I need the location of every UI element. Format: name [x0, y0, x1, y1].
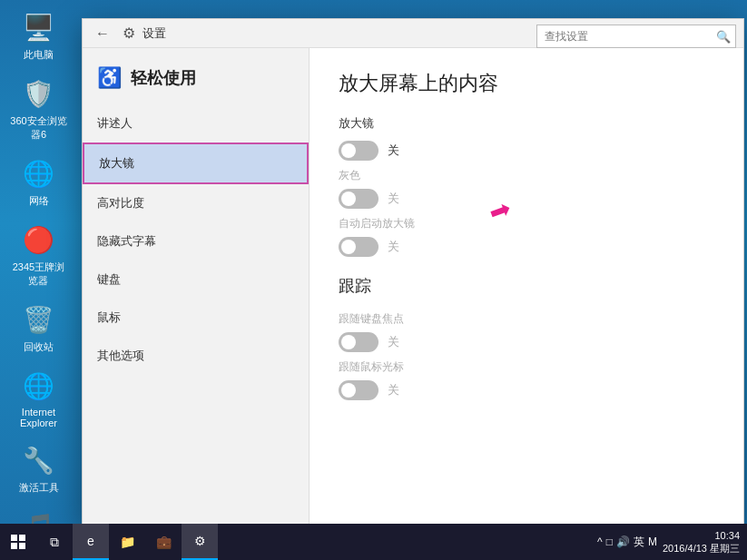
window-title: 设置 — [143, 25, 166, 42]
desktop: 🖥️ 此电脑 🛡️ 360安全浏览器6 🌐 网络 🔴 2345王牌浏览器 🗑️ … — [0, 0, 747, 560]
settings-taskbar-button[interactable]: ⚙ — [182, 524, 218, 560]
desktop-icon-ie[interactable]: 🌐 InternetExplorer — [9, 368, 68, 428]
keyboard-focus-thumb — [341, 335, 356, 349]
tray-expand[interactable]: ^ — [597, 535, 603, 548]
tray-volume[interactable]: 🔊 — [616, 535, 630, 548]
titlebar: ← ⚙ 设置 🔍 — □ ✕ — [83, 19, 743, 48]
content-title: 放大屏幕上的内容 — [339, 70, 714, 97]
desktop-icon-net[interactable]: 🌐 网络 — [9, 155, 68, 208]
sidebar-item-other[interactable]: 其他选项 — [83, 337, 309, 375]
auto-label: 自动启动放大镜 — [339, 216, 714, 231]
search-input[interactable] — [536, 25, 736, 48]
magnifier-track — [339, 141, 378, 161]
auto-track — [339, 237, 378, 257]
magnifier-toggle-label: 关 — [388, 142, 399, 159]
magnifier-section-label: 放大镜 — [339, 115, 714, 132]
recycle-icon: 🗑️ — [21, 301, 57, 338]
keyboard-label: 键盘 — [97, 272, 121, 286]
mouse-cursor-toggle-row: 关 — [339, 380, 714, 400]
tracking-title: 跟踪 — [339, 275, 714, 297]
ie-icon: 🌐 — [21, 368, 57, 404]
titlebar-left: ← ⚙ 设置 — [90, 24, 166, 44]
desktop-icon-360[interactable]: 🛡️ 360安全浏览器6 — [9, 75, 68, 142]
keyboard-focus-label: 跟随键盘焦点 — [339, 311, 714, 327]
back-button[interactable]: ← — [90, 24, 115, 44]
settings-sidebar: ♿ 轻松使用 讲述人 放大镜 高对比度 隐藏式字幕 键盘 — [83, 48, 310, 526]
system-tray: ^ □ 🔊 英 M — [597, 535, 657, 550]
tray-lang[interactable]: 英 — [634, 535, 644, 550]
settings-taskbar-icon: ⚙ — [194, 534, 206, 548]
tool-label: 激活工具 — [19, 481, 59, 495]
sidebar-title: 轻松使用 — [131, 67, 196, 89]
ie-label: InternetExplorer — [20, 407, 57, 428]
sidebar-item-mouse[interactable]: 鼠标 — [83, 299, 309, 337]
gray-track — [339, 189, 378, 209]
desktop-icon-tool[interactable]: 🔧 激活工具 — [9, 442, 68, 495]
store-icon: 💼 — [156, 535, 172, 549]
sidebar-item-narrator[interactable]: 讲述人 — [83, 104, 309, 142]
keyboard-focus-toggle-row: 关 — [339, 332, 714, 352]
clock[interactable]: 10:34 2016/4/13 星期三 — [663, 529, 740, 555]
settings-window: ← ⚙ 设置 🔍 — □ ✕ ♿ 轻松使用 — [82, 18, 744, 526]
tray-ime[interactable]: M — [648, 535, 657, 548]
search-icon[interactable]: 🔍 — [716, 30, 731, 44]
captions-label: 隐藏式字幕 — [97, 234, 156, 248]
mouse-cursor-label: 跟随鼠标光标 — [339, 359, 714, 375]
tracking-section: 跟踪 跟随键盘焦点 关 跟随鼠标光标 — [339, 275, 714, 400]
desktop-icon-recycle[interactable]: 🗑️ 回收站 — [9, 301, 68, 354]
magnifier-label: 放大镜 — [99, 156, 134, 170]
desktop-icons: 🖥️ 此电脑 🛡️ 360安全浏览器6 🌐 网络 🔴 2345王牌浏览器 🗑️ … — [9, 9, 68, 560]
mouse-label: 鼠标 — [97, 310, 121, 324]
edge-icon: e — [87, 534, 94, 548]
2345-icon: 🔴 — [21, 221, 57, 258]
mouse-cursor-toggle[interactable] — [339, 380, 378, 400]
keyboard-focus-toggle[interactable] — [339, 332, 378, 352]
tray-network[interactable]: □ — [606, 535, 613, 548]
sidebar-item-contrast[interactable]: 高对比度 — [83, 184, 309, 222]
edge-button[interactable]: e — [73, 524, 109, 560]
360-label: 360安全浏览器6 — [10, 114, 66, 142]
tool-icon: 🔧 — [21, 442, 57, 478]
gray-toggle-label: 关 — [388, 191, 399, 207]
net-label: 网络 — [29, 194, 49, 208]
task-view-button[interactable]: ⧉ — [36, 524, 73, 560]
gray-toggle-row: 关 — [339, 189, 714, 209]
auto-thumb — [341, 240, 356, 254]
taskbar-right: ^ □ 🔊 英 M 10:34 2016/4/13 星期三 — [597, 529, 747, 555]
taskbar: ⧉ e 📁 💼 ⚙ ^ □ 🔊 英 M 10:34 2016/4/13 星期三 — [0, 524, 747, 560]
contrast-label: 高对比度 — [97, 196, 144, 210]
desktop-icon-pc[interactable]: 🖥️ 此电脑 — [9, 9, 68, 62]
gray-thumb — [341, 192, 356, 206]
settings-body: ♿ 轻松使用 讲述人 放大镜 高对比度 隐藏式字幕 键盘 — [83, 48, 743, 526]
clock-date: 2016/4/13 星期三 — [663, 542, 740, 555]
auto-toggle[interactable] — [339, 237, 378, 257]
store-button[interactable]: 💼 — [145, 524, 182, 560]
sidebar-item-captions[interactable]: 隐藏式字幕 — [83, 222, 309, 260]
keyboard-focus-track — [339, 332, 378, 352]
pc-label: 此电脑 — [24, 48, 54, 62]
ease-of-access-icon: ♿ — [97, 66, 122, 90]
gray-toggle[interactable] — [339, 189, 378, 209]
settings-content: 放大屏幕上的内容 放大镜 关 灰色 — [310, 48, 743, 526]
gray-label: 灰色 — [339, 168, 714, 183]
sidebar-item-keyboard[interactable]: 键盘 — [83, 260, 309, 299]
explorer-button[interactable]: 📁 — [109, 524, 145, 560]
narrator-label: 讲述人 — [97, 116, 133, 130]
desktop-icon-2345[interactable]: 🔴 2345王牌浏览器 — [9, 221, 68, 288]
magnifier-thumb — [341, 143, 356, 158]
auto-toggle-label: 关 — [388, 239, 399, 255]
magnifier-toggle-row: 关 — [339, 141, 714, 161]
keyboard-focus-toggle-label: 关 — [388, 334, 399, 350]
mouse-cursor-track — [339, 380, 378, 400]
sidebar-header: ♿ 轻松使用 — [83, 57, 309, 104]
recycle-label: 回收站 — [24, 340, 54, 354]
task-view-icon: ⧉ — [50, 535, 59, 550]
clock-time: 10:34 — [663, 529, 740, 542]
magnifier-toggle[interactable] — [339, 141, 378, 161]
mouse-cursor-toggle-label: 关 — [388, 382, 399, 398]
start-button[interactable] — [0, 524, 36, 560]
mouse-cursor-thumb — [341, 383, 356, 398]
sidebar-item-magnifier[interactable]: 放大镜 — [83, 142, 309, 184]
360-icon: 🛡️ — [21, 75, 57, 112]
search-bar: 🔍 — [536, 25, 736, 48]
